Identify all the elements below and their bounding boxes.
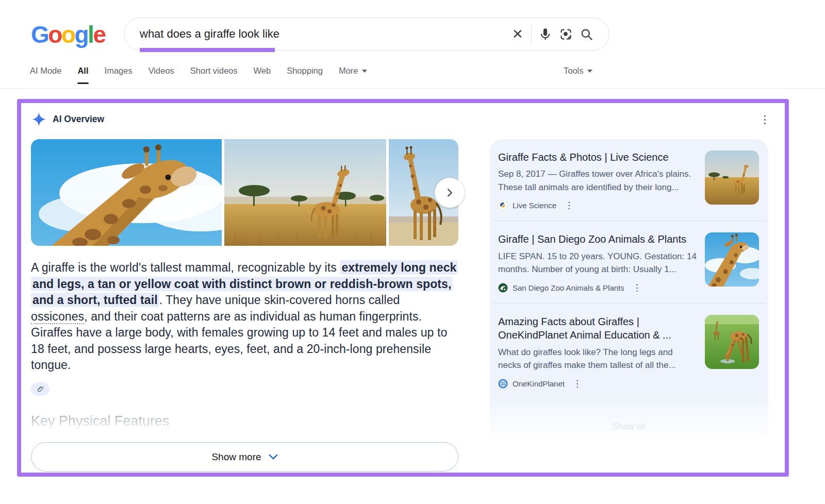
citation-link-chip[interactable] [31, 382, 50, 396]
tab-images[interactable]: Images [105, 66, 133, 84]
source-attribution: Live Science ⋮ [498, 200, 698, 210]
source-attribution: OneKindPlanet ⋮ [498, 379, 698, 389]
source-card: Amazing Facts about Giraffes | OneKindPl… [490, 304, 768, 399]
tab-shopping[interactable]: Shopping [287, 66, 323, 84]
ai-overview-paragraph: A giraffe is the world's tallest mammal,… [31, 260, 458, 374]
tab-short-videos[interactable]: Short videos [190, 66, 238, 84]
san-diego-zoo-favicon [498, 283, 508, 293]
logo-letter: g [75, 21, 88, 48]
tab-all[interactable]: All [77, 66, 88, 84]
sources-panel: Giraffe Facts & Photos | Live Science Se… [490, 139, 768, 438]
source-name: San Diego Zoo Animals & Plants [513, 283, 624, 292]
search-icon [580, 27, 593, 41]
kebab-menu-icon[interactable]: ⋮ [633, 283, 641, 292]
source-card-text: Amazing Facts about Giraffes | OneKindPl… [498, 315, 705, 389]
source-name: OneKindPlanet [513, 379, 565, 388]
query-highlight-underline [140, 48, 275, 52]
carousel-next-button[interactable] [435, 178, 465, 208]
onekindplanet-favicon [498, 379, 508, 389]
show-more-button[interactable]: Show more [31, 442, 458, 472]
carousel-strip [31, 139, 458, 246]
ai-overview-panel: AI Overview ⋮ [17, 99, 789, 477]
image-carousel [31, 139, 458, 246]
source-card: Giraffe Facts & Photos | Live Science Se… [490, 139, 768, 221]
sparkle-icon [32, 112, 46, 126]
paragraph-text: . They have unique skin-covered horns ca… [159, 293, 400, 307]
source-title-link[interactable]: Giraffe | San Diego Zoo Animals & Plants [498, 232, 698, 246]
link-icon [37, 385, 44, 393]
search-submit-button[interactable] [576, 24, 597, 44]
giraffe-head-sky-image[interactable] [31, 139, 222, 246]
logo-letter: l [88, 21, 93, 48]
show-more-label: Show more [211, 451, 261, 463]
source-card-text: Giraffe Facts & Photos | Live Science Se… [498, 150, 705, 210]
chevron-down-icon [587, 70, 592, 73]
tab-videos[interactable]: Videos [148, 66, 174, 84]
source-snippet: Sep 8, 2017 — Giraffes tower over Africa… [498, 167, 698, 194]
tools-label: Tools [564, 66, 584, 75]
nav-divider [0, 88, 825, 89]
search-input[interactable]: what does a giraffe look like [140, 27, 507, 41]
source-card-text: Giraffe | San Diego Zoo Animals & Plants… [498, 232, 705, 292]
show-all-button[interactable]: Show all [490, 422, 768, 432]
kebab-menu-icon[interactable]: ⋮ [573, 379, 582, 388]
tab-ai-mode[interactable]: AI Mode [30, 66, 61, 84]
kebab-menu-icon[interactable]: ⋮ [565, 201, 573, 210]
tab-more[interactable]: More [339, 66, 367, 84]
more-label: More [339, 66, 358, 75]
source-thumbnail[interactable] [705, 150, 759, 205]
search-bar[interactable]: what does a giraffe look like ✕ [124, 18, 609, 51]
logo-letter: o [61, 21, 75, 48]
tools-button[interactable]: Tools [564, 66, 592, 76]
kebab-menu-icon[interactable]: ⋮ [760, 114, 770, 125]
source-snippet: What do giraffes look like? The long leg… [498, 346, 698, 372]
paragraph-text: , and their coat patterns are as individ… [31, 310, 447, 372]
giraffe-head-thumbnail-image [705, 232, 759, 287]
chevron-right-icon [444, 187, 455, 198]
logo-letter: o [48, 21, 61, 48]
google-lens-icon [559, 27, 573, 41]
source-name: Live Science [513, 201, 556, 210]
faded-section-heading: Key Physical Features [31, 413, 458, 429]
source-card: Giraffe | San Diego Zoo Animals & Plants… [490, 221, 768, 303]
close-icon: ✕ [512, 27, 523, 41]
search-divider [531, 25, 532, 43]
ai-overview-header: AI Overview ⋮ [32, 112, 770, 126]
results-nav: AI Mode All Images Videos Short videos W… [30, 66, 367, 84]
tab-web[interactable]: Web [254, 66, 271, 84]
source-attribution: San Diego Zoo Animals & Plants ⋮ [498, 283, 698, 293]
source-snippet: LIFE SPAN. 15 to 20 years. YOUNG. Gestat… [498, 250, 698, 276]
chevron-down-icon [269, 454, 278, 460]
live-science-favicon [498, 200, 508, 210]
logo-letter: G [31, 21, 48, 48]
source-thumbnail[interactable] [705, 315, 759, 369]
glossary-term-ossicones[interactable]: ossicones [31, 310, 84, 324]
ai-overview-body: A giraffe is the world's tallest mammal,… [31, 139, 458, 472]
giraffe-savanna-image[interactable] [224, 139, 386, 246]
source-thumbnail[interactable] [705, 232, 759, 287]
microphone-icon [538, 27, 552, 41]
lens-search-button[interactable] [555, 24, 576, 44]
ai-overview-title: AI Overview [53, 114, 104, 125]
voice-search-button[interactable] [535, 24, 555, 44]
logo-letter: e [93, 21, 105, 48]
clear-button[interactable]: ✕ [507, 24, 528, 44]
paragraph-text: A giraffe is the world's tallest mammal,… [31, 261, 340, 274]
savanna-thumbnail-image [705, 150, 759, 205]
google-logo[interactable]: Google [31, 21, 105, 48]
source-title-link[interactable]: Amazing Facts about Giraffes | OneKindPl… [498, 315, 698, 342]
source-title-link[interactable]: Giraffe Facts & Photos | Live Science [498, 150, 698, 164]
giraffe-drinking-thumbnail-image [705, 315, 759, 369]
chevron-down-icon [362, 70, 367, 73]
